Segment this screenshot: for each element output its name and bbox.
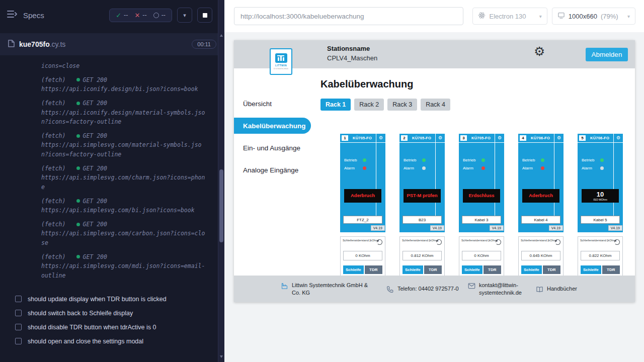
schleife-button[interactable]: Schleife bbox=[343, 265, 364, 274]
specs-menu-icon[interactable] bbox=[7, 10, 18, 20]
device-gear-icon[interactable]: ⚙ bbox=[554, 136, 564, 140]
station-label: Stationsname bbox=[327, 45, 377, 52]
device-model: KÜ705-FO bbox=[467, 136, 495, 140]
collapse-button[interactable]: ▾ bbox=[177, 8, 192, 23]
scroll-up-icon[interactable] bbox=[220, 34, 223, 37]
request-url: https://api.simplesvg.com/material-symbo… bbox=[41, 140, 208, 159]
settings-gear-icon[interactable]: ⚙ bbox=[534, 45, 545, 58]
specs-label[interactable]: Specs bbox=[23, 11, 44, 20]
resistance-value: 0.645 KOhm bbox=[521, 251, 560, 260]
device-display: 1 KÜ705-FO ⚙ Betrieb Alarm Aderbruch FTZ… bbox=[340, 134, 385, 232]
alarm-label: Alarm bbox=[404, 166, 419, 170]
device-model: KÜ706-FO bbox=[526, 136, 554, 140]
url-input[interactable] bbox=[234, 7, 463, 25]
zoom-level: (79%) bbox=[601, 13, 618, 20]
test-collapse-icon bbox=[15, 310, 22, 316]
divider bbox=[613, 134, 614, 216]
sidebar-item-ein-ausgaenge[interactable]: Ein- und Ausgänge bbox=[234, 140, 311, 156]
betrieb-led bbox=[363, 158, 366, 162]
aut-viewport: LITTWIN SYSTEMTECHNIK Stationsname CPLV4… bbox=[224, 32, 644, 362]
tab-rack-2[interactable]: Rack 2 bbox=[354, 99, 384, 111]
alarm-led bbox=[600, 166, 604, 170]
schleife-button[interactable]: Schleife bbox=[462, 265, 482, 274]
test-collapse-icon bbox=[15, 296, 22, 302]
device-cards-row: 1 KÜ705-FO ⚙ Betrieb Alarm Aderbruch FTZ… bbox=[340, 134, 623, 280]
device-model: KÜ706-FO bbox=[586, 136, 614, 140]
device-card: 2 KÜ705-FO ⚙ Betrieb Alarm PST-M prüfen … bbox=[399, 134, 445, 280]
device-display: 4 KÜ706-FO ⚙ Betrieb Alarm Aderbruch Kab… bbox=[518, 134, 564, 232]
spec-name: kue705fo bbox=[19, 40, 50, 48]
test-list: should update display when TDR button is… bbox=[0, 288, 224, 348]
alarm-status-box: Aderbruch bbox=[344, 189, 381, 203]
device-gear-icon[interactable]: ⚙ bbox=[376, 136, 385, 140]
tdr-button[interactable]: TDR bbox=[424, 265, 442, 274]
fetch-log-entry[interactable]: (fetch)GET 200 https://api.simplesvg.com… bbox=[41, 220, 218, 248]
alarm-led bbox=[481, 166, 485, 170]
station-name: CPLV4_Maschen bbox=[327, 54, 377, 62]
fetch-log-entry[interactable]: (fetch)GET 200 https://api.simplesvg.com… bbox=[41, 197, 218, 215]
app-sidebar: Übersicht Kabelüberwachung Ein- und Ausg… bbox=[234, 68, 311, 276]
mail-icon bbox=[468, 282, 475, 290]
alarm-label: Alarm bbox=[344, 166, 359, 170]
device-gear-icon[interactable]: ⚙ bbox=[614, 136, 623, 140]
fetch-log-entry[interactable]: (fetch)GET 200 https://api.iconify.desig… bbox=[41, 75, 218, 94]
schleife-button[interactable]: Schleife bbox=[521, 265, 542, 274]
betrieb-label: Betrieb bbox=[344, 158, 359, 162]
alarm-status-box: PST-M prüfen bbox=[404, 189, 441, 203]
tdr-button[interactable]: TDR bbox=[543, 265, 560, 274]
betrieb-label: Betrieb bbox=[522, 158, 537, 162]
spec-row[interactable]: kue705fo.cy.ts 00:11 bbox=[0, 33, 224, 55]
refresh-icon[interactable] bbox=[555, 239, 560, 245]
resistance-label: Schleifenwiderstand [kOhm] bbox=[521, 239, 557, 242]
stop-button[interactable] bbox=[197, 8, 212, 23]
tdr-button[interactable]: TDR bbox=[602, 265, 620, 274]
refresh-icon[interactable] bbox=[377, 239, 382, 245]
browser-select[interactable]: Electron 130 ▾ bbox=[472, 8, 547, 25]
sidebar-item-kabelueberwachung[interactable]: Kabelüberwachung bbox=[234, 118, 311, 134]
logout-button[interactable]: Abmelden bbox=[586, 48, 628, 61]
request-url: https://api.simplesvg.com/charm.json?ico… bbox=[41, 173, 208, 192]
viewport-size-value: 1000x660 bbox=[569, 13, 597, 20]
refresh-icon[interactable] bbox=[436, 239, 442, 245]
refresh-icon[interactable] bbox=[614, 239, 620, 245]
test-item[interactable]: should switch back to Schleife display bbox=[0, 306, 224, 320]
betrieb-led bbox=[541, 158, 544, 162]
reporter-scrollbar[interactable] bbox=[218, 0, 224, 362]
tab-rack-4[interactable]: Rack 4 bbox=[421, 99, 450, 111]
device-gear-icon[interactable]: ⚙ bbox=[495, 136, 504, 140]
scrollbar-thumb[interactable] bbox=[219, 169, 223, 242]
fetch-log-entry[interactable]: (fetch)GET 200 https://api.simplesvg.com… bbox=[41, 252, 218, 281]
viewport-size-icon bbox=[557, 12, 565, 21]
alarm-label: Alarm bbox=[463, 166, 478, 170]
fetch-log-entry[interactable]: (fetch)GET 200 https://api.simplesvg.com… bbox=[41, 131, 218, 159]
browser-name: Electron 130 bbox=[489, 13, 526, 20]
footer-email[interactable]: kontakt@littwin-systemtechnik.de bbox=[468, 282, 527, 297]
resistance-label: Schleifenwiderstand [kOhm] bbox=[402, 239, 438, 242]
viewport-size-select[interactable]: 1000x660 (79%) ▾ bbox=[552, 8, 635, 25]
device-number: 1 bbox=[342, 135, 348, 141]
sidebar-item-uebersicht[interactable]: Übersicht bbox=[234, 96, 311, 112]
test-item[interactable]: should update display when TDR button is… bbox=[0, 292, 224, 306]
test-item[interactable]: should open and close the settings modal bbox=[0, 334, 224, 348]
refresh-icon[interactable] bbox=[496, 239, 501, 245]
schleife-button[interactable]: Schleife bbox=[403, 265, 423, 274]
scroll-down-icon[interactable] bbox=[220, 355, 223, 358]
test-item[interactable]: should disable TDR button when tdrActive… bbox=[0, 320, 224, 334]
device-number: 5 bbox=[579, 135, 586, 141]
tab-rack-3[interactable]: Rack 3 bbox=[387, 99, 417, 111]
device-card: 1 KÜ705-FO ⚙ Betrieb Alarm Aderbruch FTZ… bbox=[340, 134, 385, 280]
tab-rack-1[interactable]: Rack 1 bbox=[320, 99, 351, 111]
fetch-log-entry[interactable]: (fetch)GET 200 https://api.iconify.desig… bbox=[41, 99, 218, 127]
firmware-version: V4.19 bbox=[371, 225, 385, 231]
fetch-log-entry[interactable]: (fetch)GET 200 https://api.simplesvg.com… bbox=[41, 164, 218, 192]
measurement-panel: Schleifenwiderstand [kOhm] 0 KOhm Schlei… bbox=[340, 236, 385, 280]
tdr-button[interactable]: TDR bbox=[365, 265, 382, 274]
footer-manuals[interactable]: Handbücher bbox=[536, 285, 577, 293]
alarm-status-box: Erdschluss bbox=[463, 189, 500, 203]
chevron-down-icon: ▾ bbox=[183, 12, 186, 19]
schleife-button[interactable]: Schleife bbox=[581, 265, 601, 274]
tdr-button[interactable]: TDR bbox=[484, 265, 501, 274]
logo-subtext: SYSTEMTECHNIK bbox=[274, 68, 288, 70]
sidebar-item-analoge-eingaenge[interactable]: Analoge Eingänge bbox=[234, 162, 311, 178]
device-gear-icon[interactable]: ⚙ bbox=[436, 136, 445, 140]
